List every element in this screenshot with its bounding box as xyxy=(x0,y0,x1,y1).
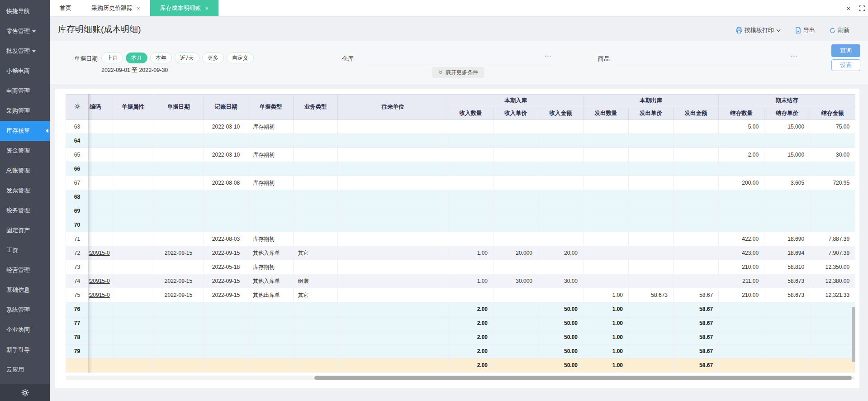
sidebar-item-4[interactable]: 电商管理 xyxy=(0,81,50,101)
export-button[interactable]: 导出 xyxy=(795,26,815,34)
product-picker-dots[interactable]: ··· xyxy=(791,53,798,59)
gear-icon[interactable] xyxy=(74,103,81,110)
close-icon[interactable]: × xyxy=(842,0,855,17)
cell-doc_type: 库存期初 xyxy=(248,148,294,162)
table-row-63[interactable]: 632022-03-10库存期初5.0015.00075.00 xyxy=(66,120,855,134)
sidebar-item-13[interactable]: 经营管理 xyxy=(0,260,50,280)
table-row-76[interactable]: 762.0050.001.0058.67 xyxy=(66,302,855,316)
date-pill-4[interactable]: 更多 xyxy=(202,53,224,63)
sidebar-item-9[interactable]: 发票管理 xyxy=(0,181,50,200)
totals-row[interactable]: 2.0050.001.0058.67 xyxy=(66,358,855,372)
cell-attr xyxy=(113,246,153,260)
date-pill-5[interactable]: 自定义 xyxy=(227,53,254,63)
table-row-75[interactable]: 75220915-02022-09-152022-09-15其他出库单其它1.0… xyxy=(66,288,855,302)
tab-1[interactable]: 采购历史价跟踪× xyxy=(81,0,150,16)
cell-out_amt xyxy=(674,204,719,218)
warehouse-picker-dots[interactable]: ··· xyxy=(545,53,552,59)
doc-code-link[interactable]: 220915-0 xyxy=(89,278,110,284)
table-row-69[interactable]: 69 xyxy=(66,204,855,218)
cell-bal_qty: 211.00 xyxy=(719,274,764,288)
column-header-bal_qty[interactable]: 结存数量 xyxy=(719,107,764,120)
sidebar-item-16[interactable]: 企业协同 xyxy=(0,320,50,340)
cell-doc_type xyxy=(248,204,294,218)
vertical-scrollbar[interactable] xyxy=(852,307,855,362)
column-header-bal_price[interactable]: 结存单价 xyxy=(764,107,810,120)
column-header-attr[interactable]: 单据属性 xyxy=(113,95,153,120)
table-row-72[interactable]: 72220915-02022-09-152022-09-15其他入库单其它1.0… xyxy=(66,246,855,260)
column-header-bal_amt[interactable]: 结存金额 xyxy=(810,107,855,120)
tab-close-icon[interactable]: × xyxy=(205,5,209,12)
sidebar-item-1[interactable]: 零售管理 xyxy=(0,21,50,41)
column-header-biz_type[interactable]: 业务类型 xyxy=(294,95,338,120)
cell-out_qty: 1.00 xyxy=(583,302,629,316)
warehouse-input[interactable] xyxy=(361,53,555,64)
sidebar-item-6[interactable]: 库存核算 xyxy=(0,121,50,141)
print-by-template-button[interactable]: 按模板打印 xyxy=(736,26,781,34)
table-row-64[interactable]: 64 xyxy=(66,134,855,148)
column-header-in_amt[interactable]: 收入金额 xyxy=(538,107,583,120)
cell-counterparty xyxy=(338,232,448,246)
cell-code xyxy=(89,162,113,176)
sidebar-item-11[interactable]: 固定资产 xyxy=(0,220,50,240)
tab-0[interactable]: 首页 xyxy=(50,0,81,16)
table-row-74[interactable]: 74220915-02022-09-152022-09-15其他入库单组装1.0… xyxy=(66,274,855,288)
table-row-67[interactable]: 672022-08-08库存期初200.003.605720.95 xyxy=(66,176,855,190)
gear-icon[interactable] xyxy=(21,389,29,396)
column-header-in_qty[interactable]: 收入数量 xyxy=(448,107,493,120)
fullscreen-icon[interactable] xyxy=(855,0,868,17)
column-settings-header[interactable] xyxy=(66,95,89,120)
sidebar-item-2[interactable]: 批发管理 xyxy=(0,41,50,61)
sidebar-item-17[interactable]: 新手引导 xyxy=(0,340,50,360)
column-header-code[interactable]: 编码 xyxy=(89,95,113,120)
query-button[interactable]: 查询 xyxy=(831,44,860,57)
date-pill-2[interactable]: 本年 xyxy=(150,53,172,63)
sidebar-item-10[interactable]: 税务管理 xyxy=(0,200,50,220)
product-input[interactable] xyxy=(615,53,801,64)
column-header-out_qty[interactable]: 发出数量 xyxy=(583,107,629,120)
tab-2[interactable]: 库存成本明细账× xyxy=(150,0,219,16)
sidebar-item-0[interactable]: 快捷导航 xyxy=(0,1,50,21)
column-header-doc_type[interactable]: 单据类型 xyxy=(248,95,294,120)
date-pill-3[interactable]: 近7天 xyxy=(175,53,199,63)
doc-code-link[interactable]: 220915-0 xyxy=(89,250,110,256)
table-row-79[interactable]: 792.0050.001.0058.67 xyxy=(66,344,855,358)
sidebar-item-7[interactable]: 资金管理 xyxy=(0,141,50,161)
column-header-doc_date[interactable]: 单据日期 xyxy=(153,95,204,120)
date-pill-1[interactable]: 本月 xyxy=(126,53,147,63)
date-pill-0[interactable]: 上月 xyxy=(101,53,123,63)
sidebar-item-15[interactable]: 系统管理 xyxy=(0,300,50,320)
sidebar-item-label: 资金管理 xyxy=(6,147,30,154)
sidebar-item-14[interactable]: 基础信息 xyxy=(0,280,50,300)
table-row-68[interactable]: 68 xyxy=(66,190,855,204)
cell-bal_amt xyxy=(810,190,855,204)
sidebar-item-5[interactable]: 采购管理 xyxy=(0,101,50,121)
cell-biz_type xyxy=(294,190,338,204)
refresh-button[interactable]: 刷新 xyxy=(830,26,849,34)
table-row-77[interactable]: 772.0050.001.0058.67 xyxy=(66,316,855,330)
horizontal-scrollbar[interactable] xyxy=(314,376,852,380)
table-row-70[interactable]: 70 xyxy=(66,218,855,232)
sidebar-item-12[interactable]: 工资 xyxy=(0,240,50,260)
expand-more-button[interactable]: 展开更多条件 xyxy=(432,67,484,78)
column-header-out_price[interactable]: 发出单价 xyxy=(629,107,674,120)
table-row-78[interactable]: 782.0050.001.0058.67 xyxy=(66,330,855,344)
column-header-out_amt[interactable]: 发出金额 xyxy=(674,107,719,120)
column-header-in_price[interactable]: 收入单价 xyxy=(493,107,538,120)
sidebar-item-8[interactable]: 总账管理 xyxy=(0,161,50,181)
sidebar-item-label: 电商管理 xyxy=(6,87,30,94)
sidebar-item-18[interactable]: 云应用 xyxy=(0,360,50,380)
cell-doc_date xyxy=(153,330,204,344)
doc-code-link[interactable]: 220915-0 xyxy=(89,292,110,298)
cell-in_price xyxy=(493,330,538,344)
cell-bal_price xyxy=(764,330,810,344)
table-row-73[interactable]: 732022-05-18库存期初210.0058.81012,350.00 xyxy=(66,260,855,274)
table-row-66[interactable]: 66 xyxy=(66,162,855,176)
settings-button[interactable]: 设置 xyxy=(831,59,860,71)
table-row-65[interactable]: 652022-03-10库存期初2.0015.00030.00 xyxy=(66,148,855,162)
column-header-book_date[interactable]: 记账日期 xyxy=(204,95,248,120)
cell-in_price: 30.000 xyxy=(493,274,538,288)
sidebar-item-3[interactable]: 小畅电商 xyxy=(0,61,50,81)
column-header-counterparty[interactable]: 往来单位 xyxy=(338,95,448,120)
tab-close-icon[interactable]: × xyxy=(137,5,140,12)
table-row-71[interactable]: 712022-08-03库存期初422.0018.6907,887.39 xyxy=(66,232,855,246)
